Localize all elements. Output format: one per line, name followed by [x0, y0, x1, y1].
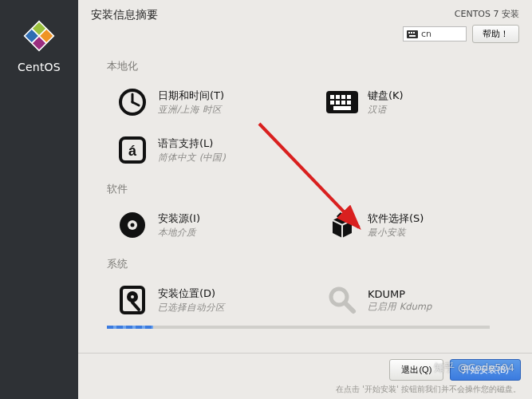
svg-rect-7 [407, 30, 418, 38]
svg-rect-18 [341, 95, 345, 99]
svg-rect-9 [411, 32, 412, 34]
spoke-software-selection[interactable]: 软件选择(S) 最小安装 [317, 201, 504, 249]
centos-logo-icon [18, 14, 61, 57]
spoke-install-source[interactable]: 安装源(I) 本地介质 [107, 201, 294, 249]
spoke-language[interactable]: á 语言支持(L) 简体中文 (中国) [107, 126, 294, 174]
svg-text:á: á [128, 143, 137, 159]
footer: 退出(Q) 开始安装(B) 在点击 '开始安装' 按钮前我们并不会操作您的磁盘。 [78, 353, 532, 399]
svg-point-32 [131, 295, 134, 298]
spoke-status: 最小安装 [368, 227, 424, 239]
watermark: 知乎 @Code504 [434, 361, 514, 375]
svg-rect-22 [341, 101, 345, 105]
svg-rect-19 [347, 95, 351, 99]
language-icon: á [115, 132, 150, 168]
section-system-title: 系统 [107, 257, 519, 271]
section-localization-title: 本地化 [107, 59, 519, 73]
disc-icon [115, 207, 150, 243]
keyboard-code: cn [421, 29, 432, 39]
keyboard-indicator[interactable]: cn [403, 26, 467, 41]
svg-rect-16 [330, 95, 334, 99]
keyboard-icon [325, 85, 360, 120]
spoke-status: 亚洲/上海 时区 [158, 104, 224, 116]
svg-rect-21 [336, 101, 340, 105]
section-software-title: 软件 [107, 182, 519, 196]
spoke-status: 简体中文 (中国) [158, 152, 226, 164]
spoke-status: 已启用 Kdump [368, 301, 432, 313]
spoke-status: 本地介质 [158, 227, 200, 239]
spoke-label: 日期和时间(T) [158, 89, 224, 103]
spoke-keyboard[interactable]: 键盘(K) 汉语 [317, 78, 504, 126]
svg-line-34 [345, 303, 353, 311]
svg-rect-24 [333, 106, 351, 110]
svg-line-14 [132, 102, 139, 105]
brand-name: CentOS [18, 61, 61, 73]
centos-logo: CentOS [18, 14, 61, 73]
svg-point-29 [131, 223, 135, 227]
topbar: 安装信息摘要 CENTOS 7 安装 cn 帮助！ [78, 0, 532, 48]
svg-rect-11 [409, 35, 416, 37]
spoke-label: KDUMP [368, 288, 432, 300]
installer-subtitle: CENTOS 7 安装 [403, 8, 519, 20]
spoke-label: 键盘(K) [368, 89, 404, 103]
spoke-status: 已选择自动分区 [158, 302, 225, 314]
spoke-kdump[interactable]: KDUMP 已启用 Kdump [317, 276, 504, 324]
svg-rect-10 [413, 32, 415, 34]
spoke-datetime[interactable]: 日期和时间(T) 亚洲/上海 时区 [107, 78, 294, 126]
svg-rect-8 [408, 32, 410, 34]
svg-rect-23 [347, 101, 351, 105]
package-icon [325, 207, 360, 243]
spoke-status: 汉语 [368, 104, 404, 116]
clock-icon [115, 85, 150, 120]
help-button[interactable]: 帮助！ [472, 25, 519, 43]
page-title: 安装信息摘要 [91, 8, 158, 43]
svg-rect-20 [330, 101, 334, 105]
harddisk-icon [115, 282, 150, 318]
spoke-install-destination[interactable]: 安装位置(D) 已选择自动分区 [107, 276, 294, 324]
sidebar: CentOS [0, 0, 78, 399]
spoke-label: 安装位置(D) [158, 286, 225, 301]
scan-progress [107, 326, 490, 329]
spoke-label: 语言支持(L) [158, 136, 226, 151]
main-panel: 安装信息摘要 CENTOS 7 安装 cn 帮助！ 本地化 [78, 0, 532, 399]
footer-hint: 在点击 '开始安装' 按钮前我们并不会操作您的磁盘。 [89, 384, 521, 395]
spoke-label: 软件选择(S) [368, 211, 424, 226]
keyboard-mini-icon [407, 30, 418, 38]
spoke-label: 安装源(I) [158, 211, 200, 226]
magnifier-icon [325, 282, 360, 318]
svg-rect-17 [336, 95, 340, 99]
